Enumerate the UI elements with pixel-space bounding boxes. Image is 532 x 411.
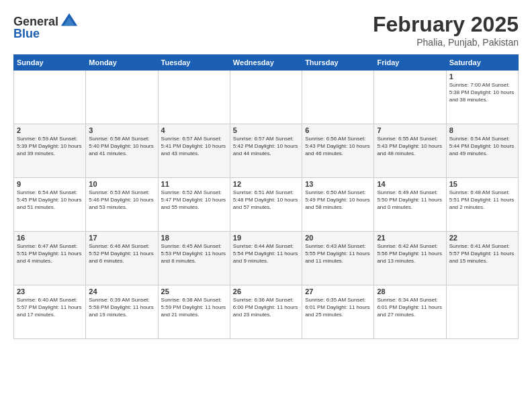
calendar-cell: 19Sunrise: 6:44 AM Sunset: 5:54 PM Dayli… [230,232,302,285]
calendar-cell: 16Sunrise: 6:47 AM Sunset: 5:51 PM Dayli… [14,232,86,285]
calendar-cell [14,71,86,124]
cell-content: Sunrise: 6:58 AM Sunset: 5:40 PM Dayligh… [89,136,154,157]
day-number: 26 [233,287,299,295]
calendar-cell: 10Sunrise: 6:53 AM Sunset: 5:46 PM Dayli… [86,178,158,232]
day-number: 7 [377,126,443,134]
cell-content: Sunrise: 6:44 AM Sunset: 5:54 PM Dayligh… [233,243,299,265]
logo-icon [60,12,79,31]
calendar-cell: 23Sunrise: 6:40 AM Sunset: 5:57 PM Dayli… [14,285,86,339]
month-title: February 2025 [373,12,519,37]
calendar-week-row: 9Sunrise: 6:54 AM Sunset: 5:45 PM Daylig… [14,178,519,232]
calendar-week-row: 23Sunrise: 6:40 AM Sunset: 5:57 PM Dayli… [14,285,519,339]
cell-content: Sunrise: 6:39 AM Sunset: 5:58 PM Dayligh… [89,297,154,318]
day-number: 4 [161,126,227,134]
cell-content: Sunrise: 6:41 AM Sunset: 5:57 PM Dayligh… [449,243,515,265]
weekday-header: Sunday [14,55,86,71]
calendar-cell: 5Sunrise: 6:57 AM Sunset: 5:42 PM Daylig… [230,124,302,178]
cell-content: Sunrise: 7:00 AM Sunset: 5:38 PM Dayligh… [449,82,515,103]
weekday-header: Saturday [446,55,518,71]
cell-content: Sunrise: 6:50 AM Sunset: 5:49 PM Dayligh… [305,189,371,211]
cell-content: Sunrise: 6:42 AM Sunset: 5:56 PM Dayligh… [377,243,443,265]
calendar-cell [230,71,302,124]
calendar-cell [302,71,374,124]
calendar-cell: 25Sunrise: 6:38 AM Sunset: 5:59 PM Dayli… [158,285,230,339]
calendar-cell [158,71,230,124]
day-number: 12 [233,180,299,188]
cell-content: Sunrise: 6:43 AM Sunset: 5:55 PM Dayligh… [305,243,371,265]
calendar-cell: 21Sunrise: 6:42 AM Sunset: 5:56 PM Dayli… [374,232,446,285]
calendar-cell: 22Sunrise: 6:41 AM Sunset: 5:57 PM Dayli… [446,232,518,285]
location-title: Phalia, Punjab, Pakistan [373,37,519,48]
weekday-header: Friday [374,55,446,71]
calendar-cell: 13Sunrise: 6:50 AM Sunset: 5:49 PM Dayli… [302,178,374,232]
weekday-header: Wednesday [230,55,302,71]
day-number: 20 [305,234,371,242]
day-number: 16 [17,234,83,242]
calendar-cell: 11Sunrise: 6:52 AM Sunset: 5:47 PM Dayli… [158,178,230,232]
day-number: 23 [17,287,83,295]
calendar-cell: 20Sunrise: 6:43 AM Sunset: 5:55 PM Dayli… [302,232,374,285]
calendar-cell: 8Sunrise: 6:54 AM Sunset: 5:44 PM Daylig… [446,124,518,178]
calendar-cell: 15Sunrise: 6:48 AM Sunset: 5:51 PM Dayli… [446,178,518,232]
calendar-cell: 3Sunrise: 6:58 AM Sunset: 5:40 PM Daylig… [86,124,158,178]
header: General Blue February 2025 Phalia, Punja… [13,12,519,48]
weekday-header-row: SundayMondayTuesdayWednesdayThursdayFrid… [14,55,519,71]
calendar-cell: 6Sunrise: 6:56 AM Sunset: 5:43 PM Daylig… [302,124,374,178]
cell-content: Sunrise: 6:38 AM Sunset: 5:59 PM Dayligh… [161,297,227,318]
calendar-cell: 9Sunrise: 6:54 AM Sunset: 5:45 PM Daylig… [14,178,86,232]
calendar-table: SundayMondayTuesdayWednesdayThursdayFrid… [13,54,519,339]
calendar-cell: 18Sunrise: 6:45 AM Sunset: 5:53 PM Dayli… [158,232,230,285]
calendar-cell: 28Sunrise: 6:34 AM Sunset: 6:01 PM Dayli… [374,285,446,339]
day-number: 14 [377,180,443,188]
cell-content: Sunrise: 6:34 AM Sunset: 6:01 PM Dayligh… [377,297,443,318]
day-number: 17 [89,234,154,242]
day-number: 15 [449,180,515,188]
cell-content: Sunrise: 6:59 AM Sunset: 5:39 PM Dayligh… [17,136,83,157]
day-number: 24 [89,287,154,295]
cell-content: Sunrise: 6:52 AM Sunset: 5:47 PM Dayligh… [161,189,227,211]
cell-content: Sunrise: 6:54 AM Sunset: 5:44 PM Dayligh… [449,136,515,157]
cell-content: Sunrise: 6:54 AM Sunset: 5:45 PM Dayligh… [17,189,83,211]
calendar-cell [374,71,446,124]
calendar-cell: 24Sunrise: 6:39 AM Sunset: 5:58 PM Dayli… [86,285,158,339]
cell-content: Sunrise: 6:49 AM Sunset: 5:50 PM Dayligh… [377,189,443,211]
calendar-week-row: 16Sunrise: 6:47 AM Sunset: 5:51 PM Dayli… [14,232,519,285]
cell-content: Sunrise: 6:55 AM Sunset: 5:43 PM Dayligh… [377,136,443,157]
cell-content: Sunrise: 6:36 AM Sunset: 6:00 PM Dayligh… [233,297,299,318]
cell-content: Sunrise: 6:51 AM Sunset: 5:48 PM Dayligh… [233,189,299,211]
cell-content: Sunrise: 6:35 AM Sunset: 6:01 PM Dayligh… [305,297,371,318]
calendar-cell [86,71,158,124]
logo-blue: Blue [13,27,40,41]
cell-content: Sunrise: 6:57 AM Sunset: 5:41 PM Dayligh… [161,136,227,157]
day-number: 1 [449,73,515,81]
day-number: 8 [449,126,515,134]
calendar-cell: 14Sunrise: 6:49 AM Sunset: 5:50 PM Dayli… [374,178,446,232]
day-number: 11 [161,180,227,188]
day-number: 27 [305,287,371,295]
cell-content: Sunrise: 6:40 AM Sunset: 5:57 PM Dayligh… [17,297,83,318]
calendar-week-row: 1Sunrise: 7:00 AM Sunset: 5:38 PM Daylig… [14,71,519,124]
cell-content: Sunrise: 6:53 AM Sunset: 5:46 PM Dayligh… [89,189,154,211]
cell-content: Sunrise: 6:45 AM Sunset: 5:53 PM Dayligh… [161,243,227,265]
cell-content: Sunrise: 6:56 AM Sunset: 5:43 PM Dayligh… [305,136,371,157]
calendar-cell: 1Sunrise: 7:00 AM Sunset: 5:38 PM Daylig… [446,71,518,124]
day-number: 22 [449,234,515,242]
weekday-header: Thursday [302,55,374,71]
day-number: 6 [305,126,371,134]
cell-content: Sunrise: 6:57 AM Sunset: 5:42 PM Dayligh… [233,136,299,157]
calendar-cell: 26Sunrise: 6:36 AM Sunset: 6:00 PM Dayli… [230,285,302,339]
day-number: 3 [89,126,154,134]
title-block: February 2025 Phalia, Punjab, Pakistan [373,12,519,48]
calendar-week-row: 2Sunrise: 6:59 AM Sunset: 5:39 PM Daylig… [14,124,519,178]
calendar-cell: 12Sunrise: 6:51 AM Sunset: 5:48 PM Dayli… [230,178,302,232]
day-number: 10 [89,180,154,188]
day-number: 9 [17,180,83,188]
cell-content: Sunrise: 6:47 AM Sunset: 5:51 PM Dayligh… [17,243,83,265]
day-number: 18 [161,234,227,242]
logo: General Blue [13,12,79,41]
day-number: 2 [17,126,83,134]
day-number: 25 [161,287,227,295]
calendar-cell: 17Sunrise: 6:46 AM Sunset: 5:52 PM Dayli… [86,232,158,285]
calendar-cell [446,285,518,339]
day-number: 13 [305,180,371,188]
